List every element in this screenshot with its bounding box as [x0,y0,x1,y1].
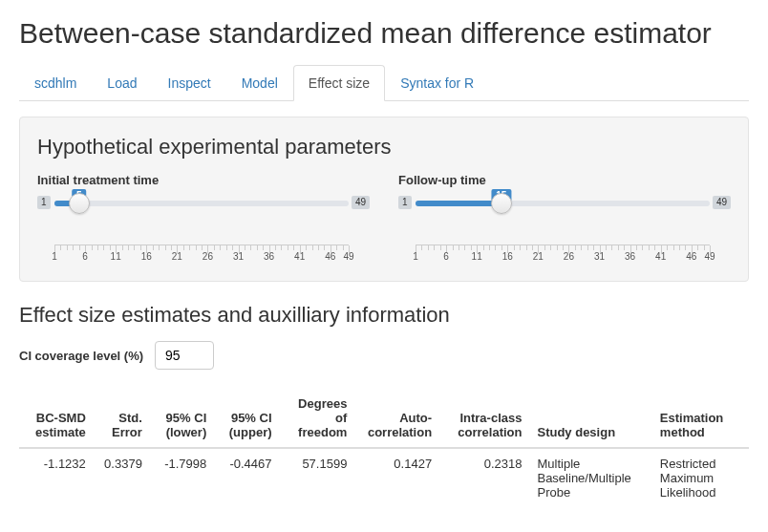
tick-label: 26 [564,251,574,262]
tick-label: 46 [325,251,335,262]
followup-time-label: Follow-up time [398,173,731,187]
cell-design: Multiple Baseline/Multiple Probe [529,448,651,507]
cell-dof: 57.1599 [280,448,355,507]
tab-effect-size[interactable]: Effect size [293,65,385,101]
nav-tabs: scdhlmLoadInspectModelEffect sizeSyntax … [19,65,749,101]
tab-load[interactable]: Load [92,65,152,101]
cell-method: Restricted Maximum Likelihood [652,448,749,507]
col-icc: Intra-class correlation [439,389,529,448]
col-bc-smd: BC-SMD estimate [19,389,94,448]
col-design: Study design [529,389,651,448]
tick-label: 41 [294,251,305,262]
initial-treatment-slider[interactable]: 1 49 5 [37,193,370,218]
col-dof: Degrees of freedom [280,389,355,448]
tick-label: 11 [472,251,482,262]
cell-std-error: 0.3379 [94,448,150,507]
col-method: Estimation method [652,389,749,448]
slider-max-badge: 49 [352,196,370,209]
tab-syntax-for-r[interactable]: Syntax for R [385,65,489,101]
tick-label: 41 [655,251,666,262]
col-ci-upper: 95% CI (upper) [214,389,279,448]
tick-label: 36 [625,251,635,262]
estimates-table: BC-SMD estimate Std. Error 95% CI (lower… [19,389,749,507]
ci-coverage-input[interactable] [155,341,214,370]
cell-bc-smd: -1.1232 [19,448,94,507]
tick-label: 16 [141,251,152,262]
ci-coverage-label: CI coverage level (%) [19,349,143,363]
tick-label: 31 [233,251,244,262]
col-ci-lower: 95% CI (lower) [150,389,214,448]
tick-label: 49 [343,251,353,262]
cell-icc: 0.2318 [439,448,529,507]
page-title: Between-case standardized mean differenc… [19,17,749,50]
estimates-heading: Effect size estimates and auxilliary inf… [19,303,749,328]
tick-label: 21 [172,251,182,262]
tab-inspect[interactable]: Inspect [153,65,226,101]
col-autocorr: Auto-correlation [354,389,439,448]
tick-label: 21 [533,251,544,262]
tick-label: 49 [704,251,715,262]
table-row: -1.1232 0.3379 -1.7998 -0.4467 57.1599 0… [19,448,749,507]
initial-treatment-label: Initial treatment time [37,173,370,187]
tick-label: 36 [264,251,274,262]
cell-autocorr: 0.1427 [354,448,439,507]
slider-handle[interactable] [491,193,512,214]
tick-label: 46 [686,251,696,262]
tick-label: 11 [111,251,121,262]
slider-handle[interactable] [69,193,90,214]
tick-label: 26 [203,251,213,262]
tick-label: 6 [443,251,449,262]
slider-min-badge: 1 [398,196,412,209]
slider-min-badge: 1 [37,196,51,209]
followup-time-slider-group: Follow-up time 1 49 15 16111621263136414… [398,173,731,264]
tick-label: 16 [502,251,513,262]
tick-label: 6 [82,251,88,262]
cell-ci-lower: -1.7998 [150,448,214,507]
tick-label: 1 [413,251,418,262]
parameters-heading: Hypothetical experimental parameters [37,135,731,160]
slider-max-badge: 49 [713,196,731,209]
parameters-panel: Hypothetical experimental parameters Ini… [19,117,749,282]
followup-time-slider[interactable]: 1 49 15 [398,193,731,218]
tab-scdhlm[interactable]: scdhlm [19,65,92,101]
tab-model[interactable]: Model [226,65,293,101]
initial-treatment-slider-group: Initial treatment time 1 49 5 1611162126… [37,173,370,264]
col-std-error: Std. Error [94,389,150,448]
tick-label: 1 [52,251,57,262]
tick-label: 31 [594,251,605,262]
cell-ci-upper: -0.4467 [214,448,279,507]
